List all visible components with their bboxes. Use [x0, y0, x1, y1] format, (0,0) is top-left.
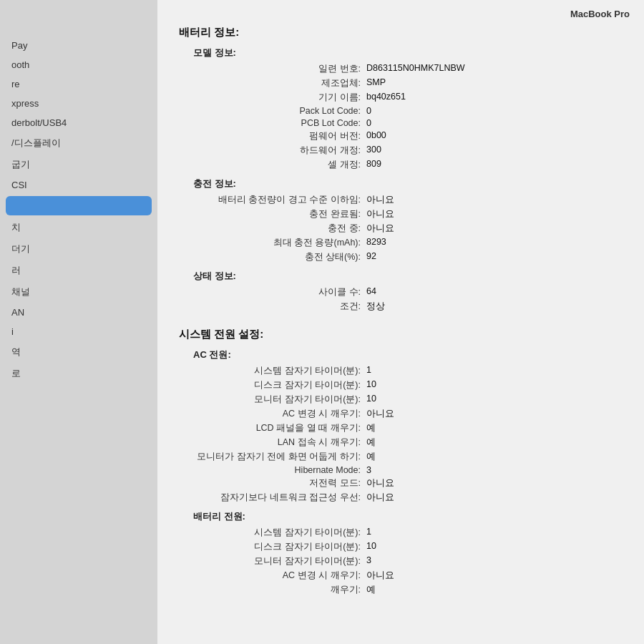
- table-row: 충전 중:아니요: [179, 221, 623, 235]
- table-row: PCB Lot Code:0: [179, 117, 623, 129]
- table-row: Hibernate Mode:3: [179, 464, 623, 476]
- sidebar: Pay ooth re xpress derbolt/USB4 /디스플레이 굽…: [0, 0, 157, 644]
- table-row: 펌웨어 버전:0b00: [179, 129, 623, 143]
- table-row: 조건:정상: [179, 299, 623, 313]
- table-row: AC 변경 시 깨우기:아니요: [179, 406, 623, 421]
- sidebar-group: Pay ooth re xpress derbolt/USB4 /디스플레이 굽…: [0, 36, 157, 384]
- ac-power-table: 시스템 잠자기 타이머(분):1디스크 잠자기 타이머(분):10모니터 잠자기…: [179, 364, 623, 504]
- table-row: 기기 이름:bq40z651: [179, 90, 623, 104]
- table-row: 모니터 잠자기 타이머(분):3: [179, 554, 623, 568]
- sidebar-item-channel[interactable]: 채널: [0, 281, 157, 303]
- status-info-title: 상태 정보:: [179, 270, 623, 283]
- sidebar-item-burn[interactable]: 굽기: [0, 154, 157, 175]
- table-row: 셀 개정:809: [179, 157, 623, 172]
- sidebar-item-ro[interactable]: 로: [0, 363, 157, 384]
- sidebar-item-csi[interactable]: CSI: [0, 175, 157, 195]
- charge-info-title: 충전 정보:: [179, 177, 623, 190]
- sidebar-item-ooth[interactable]: ooth: [0, 55, 157, 74]
- battery-section-title: 배터리 정보:: [179, 26, 623, 39]
- battery-power-table: 시스템 잠자기 타이머(분):1디스크 잠자기 타이머(분):10모니터 잠자기…: [179, 525, 623, 597]
- table-row: 충전 완료됨:아니요: [179, 207, 623, 221]
- table-row: LAN 접속 시 깨우기:예: [179, 435, 623, 449]
- sidebar-item-pay[interactable]: Pay: [0, 36, 157, 55]
- battery-power-title: 배터리 전원:: [179, 510, 623, 523]
- sidebar-item-thunderbolt[interactable]: derbolt/USB4: [0, 113, 157, 132]
- table-row: 모니터 잠자기 타이머(분):10: [179, 392, 623, 406]
- table-row: 시스템 잠자기 타이머(분):1: [179, 525, 623, 540]
- sidebar-item-reo[interactable]: 러: [0, 260, 157, 281]
- table-row: 충전 상태(%):92: [179, 250, 623, 264]
- sidebar-item-display[interactable]: /디스플레이: [0, 132, 157, 154]
- table-row: 시스템 잠자기 타이머(분):1: [179, 364, 623, 378]
- sidebar-item-re[interactable]: re: [0, 74, 157, 94]
- table-row: 배터리 충전량이 경고 수준 이하임:아니요: [179, 192, 623, 207]
- table-row: 제조업체:SMP: [179, 76, 623, 90]
- table-row: 사이클 수:64: [179, 285, 623, 299]
- table-row: AC 변경 시 깨우기:아니요: [179, 568, 623, 582]
- table-row: 일련 번호:D863115N0HMK7LNBW: [179, 62, 623, 76]
- sidebar-item-active[interactable]: [6, 196, 152, 215]
- sidebar-item-chi[interactable]: 치: [0, 217, 157, 238]
- table-row: 잠자기보다 네트워크 접근성 우선:아니요: [179, 490, 623, 504]
- table-row: 하드웨어 개정:300: [179, 143, 623, 157]
- ac-power-title: AC 전원:: [179, 348, 623, 361]
- status-info-table: 사이클 수:64조건:정상: [179, 285, 623, 313]
- window-title: MacBook Pro: [570, 9, 630, 19]
- table-row: LCD 패널을 열 때 깨우기:예: [179, 421, 623, 435]
- sidebar-item-deogi[interactable]: 더기: [0, 238, 157, 260]
- table-row: 디스크 잠자기 타이머(분):10: [179, 378, 623, 392]
- table-row: 최대 충전 용량(mAh):8293: [179, 235, 623, 250]
- main-content: MacBook Pro 배터리 정보: 모델 정보: 일련 번호:D863115…: [157, 0, 644, 644]
- sidebar-item-xpress[interactable]: xpress: [0, 94, 157, 113]
- table-row: 모니터가 잠자기 전에 화면 어둡게 하기:예: [179, 449, 623, 464]
- table-row: 저전력 모드:아니요: [179, 476, 623, 490]
- sidebar-item-an[interactable]: AN: [0, 303, 157, 322]
- sidebar-item-i[interactable]: i: [0, 322, 157, 341]
- sidebar-item-yeok[interactable]: 역: [0, 341, 157, 363]
- table-row: Pack Lot Code:0: [179, 104, 623, 117]
- table-row: 디스크 잠자기 타이머(분):10: [179, 540, 623, 554]
- table-row: 깨우기:예: [179, 582, 623, 597]
- power-section-title: 시스템 전원 설정:: [179, 328, 623, 341]
- model-info-title: 모델 정보:: [179, 47, 623, 59]
- charge-info-table: 배터리 충전량이 경고 수준 이하임:아니요충전 완료됨:아니요충전 중:아니요…: [179, 192, 623, 264]
- model-info-table: 일련 번호:D863115N0HMK7LNBW제조업체:SMP기기 이름:bq4…: [179, 62, 623, 172]
